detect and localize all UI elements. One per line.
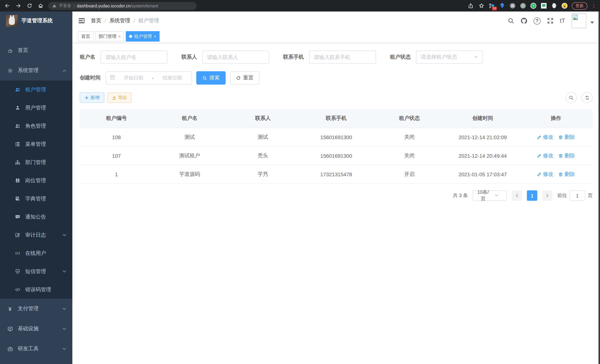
security-label[interactable]: 不安全 <box>59 3 71 9</box>
search-icon <box>202 75 207 80</box>
sidebar-item-sms[interactable]: 短信管理 <box>0 262 72 280</box>
sidebar-item-infra[interactable]: 基础设施 <box>0 319 72 339</box>
search-button[interactable]: 搜索 <box>196 71 225 84</box>
share-icon[interactable] <box>467 2 474 9</box>
sidebar-item-dept[interactable]: 部门管理 <box>0 153 72 171</box>
cell-name: 测试 <box>153 134 226 140</box>
tab-home[interactable]: 首页 <box>78 31 94 42</box>
font-size-icon[interactable]: tT <box>560 18 565 24</box>
delete-link[interactable]: 删除 <box>559 134 575 140</box>
window-scrollbar[interactable] <box>599 11 600 364</box>
breadcrumb-system[interactable]: 系统管理 <box>110 18 130 24</box>
refresh-table-button[interactable] <box>581 92 593 103</box>
sidebar-item-label: 短信管理 <box>25 268 46 275</box>
cell-mobile: 15601691300 <box>300 153 373 159</box>
avatar-caret-icon[interactable] <box>590 21 594 24</box>
goto-page-input[interactable] <box>570 190 585 201</box>
github-icon[interactable] <box>521 18 527 24</box>
sidebar-item-role[interactable]: 角色管理 <box>0 117 72 135</box>
edit-icon <box>537 172 542 177</box>
sidebar-item-dev-tools[interactable]: 研发工具 <box>0 339 72 359</box>
mobile-input[interactable] <box>309 50 376 64</box>
close-icon[interactable]: × <box>118 34 121 38</box>
contact-input[interactable] <box>202 50 269 64</box>
sidebar-item-dict[interactable]: 字典管理 <box>0 190 72 208</box>
extension-chat-icon[interactable] <box>541 3 547 9</box>
reset-button[interactable]: 重置 <box>230 71 259 84</box>
tab-tenant[interactable]: 租户管理× <box>126 31 159 42</box>
sidebar-item-post[interactable]: 岗位管理 <box>0 171 72 190</box>
chevron-down-icon <box>62 233 66 237</box>
plus-icon <box>84 95 89 100</box>
sidebar-item-label: 基础设施 <box>18 326 38 332</box>
reload-icon[interactable] <box>26 2 33 9</box>
delete-link[interactable]: 删除 <box>559 171 575 177</box>
sidebar-item-error-code[interactable]: 错误码管理 <box>0 280 72 299</box>
column-header: 创建时间 <box>446 115 519 122</box>
trash-icon <box>559 172 563 177</box>
breadcrumb-home[interactable]: 首页 <box>91 18 101 24</box>
edit-link[interactable]: 修改 <box>537 171 553 177</box>
extension-record-icon[interactable] <box>520 3 526 9</box>
help-icon[interactable]: ? <box>534 17 541 24</box>
edit-link[interactable]: 修改 <box>537 152 553 159</box>
home-icon[interactable] <box>37 2 44 9</box>
export-button[interactable]: 导出 <box>107 92 132 103</box>
breadcrumb: 首页 / 系统管理 / 租户管理 <box>91 18 159 24</box>
close-icon[interactable]: × <box>154 34 156 38</box>
add-button[interactable]: 新增 <box>80 92 104 103</box>
trash-icon <box>559 153 563 158</box>
forward-icon[interactable] <box>15 2 21 9</box>
header-search-icon[interactable] <box>508 18 514 24</box>
cell-id: 108 <box>80 134 153 140</box>
sidebar-item-audit-log[interactable]: 审计日志 <box>0 226 72 244</box>
prev-page-button[interactable] <box>512 190 522 201</box>
chrome-menu-icon[interactable]: ⋮ <box>591 3 596 9</box>
sidebar-item-label: 审计日志 <box>25 232 46 238</box>
next-page-button[interactable] <box>542 190 553 201</box>
chevron-down-icon <box>62 347 66 351</box>
date-range-picker[interactable]: 开始日期 - 结束日期 <box>106 71 192 84</box>
extension-pin-icon[interactable] <box>499 3 505 9</box>
chevron-left-icon <box>515 194 519 197</box>
sidebar-item-system[interactable]: 系统管理 <box>0 60 72 81</box>
fullscreen-icon[interactable] <box>547 18 554 24</box>
cell-name: 芋道源码 <box>153 171 226 177</box>
extension-emoji-icon[interactable] <box>562 3 568 9</box>
sidebar-item-home[interactable]: 首页 <box>0 40 72 60</box>
sidebar-item-user[interactable]: 用户管理 <box>0 99 72 117</box>
sidebar-item-online-users[interactable]: 在线用户 <box>0 244 72 262</box>
edit-link[interactable]: 修改 <box>537 134 553 140</box>
delete-link[interactable]: 删除 <box>559 152 575 159</box>
sidebar-collapse-icon[interactable] <box>78 18 85 24</box>
cell-created: 2021-12-14 21:02:09 <box>446 134 519 140</box>
extension-command-icon[interactable]: ⌘ <box>509 3 516 9</box>
tab-dept[interactable]: 部门管理× <box>95 31 124 42</box>
show-search-button[interactable] <box>565 92 577 103</box>
download-icon <box>112 95 116 100</box>
chrome-update-button[interactable]: 更新 <box>572 2 587 9</box>
sidebar-item-menu[interactable]: 菜单管理 <box>0 135 72 153</box>
extension-tabs-icon[interactable]: 10 <box>489 3 495 9</box>
browser-actions: 10 ⌘ Y 更新 ⋮ <box>467 2 596 9</box>
app-logo[interactable]: 芋道管理系统 <box>0 11 72 30</box>
address-bar[interactable]: 不安全 dashboard.yudao.iocoder.cn/system/te… <box>48 2 197 10</box>
table-row: 107 测试租户 秃头 15601691300 关闭 2021-12-14 20… <box>80 147 593 165</box>
status-select[interactable]: 请选择租户状态 <box>416 50 483 64</box>
page-size-select[interactable]: 10条/页 <box>473 190 507 201</box>
sidebar-item-pay[interactable]: ¥ 支付管理 <box>0 299 72 319</box>
sidebar-item-tenant[interactable]: 租户管理 <box>0 81 72 99</box>
bookmark-star-icon[interactable] <box>478 2 485 9</box>
current-page-button[interactable]: 1 <box>527 190 537 201</box>
tenant-name-input[interactable] <box>101 50 167 64</box>
tenant-table: 租户编号 租户名 联系人 联系手机 租户状态 创建时间 操作 108 测试 测试… <box>80 109 593 184</box>
sidebar-item-notice[interactable]: 通知公告 <box>0 208 72 226</box>
back-icon[interactable] <box>4 2 10 9</box>
not-secure-warning-icon[interactable] <box>52 2 56 9</box>
extension-puzzle-icon[interactable] <box>551 3 557 9</box>
page-url[interactable]: dashboard.yudao.iocoder.cn/system/tenant <box>77 3 158 8</box>
avatar[interactable] <box>572 13 586 28</box>
cell-status: 关闭 <box>373 134 446 140</box>
filter-row-1: 租户名 联系人 联系手机 租户状态 请选择租户状态 <box>80 50 593 64</box>
extension-y-icon[interactable]: Y <box>530 3 536 9</box>
